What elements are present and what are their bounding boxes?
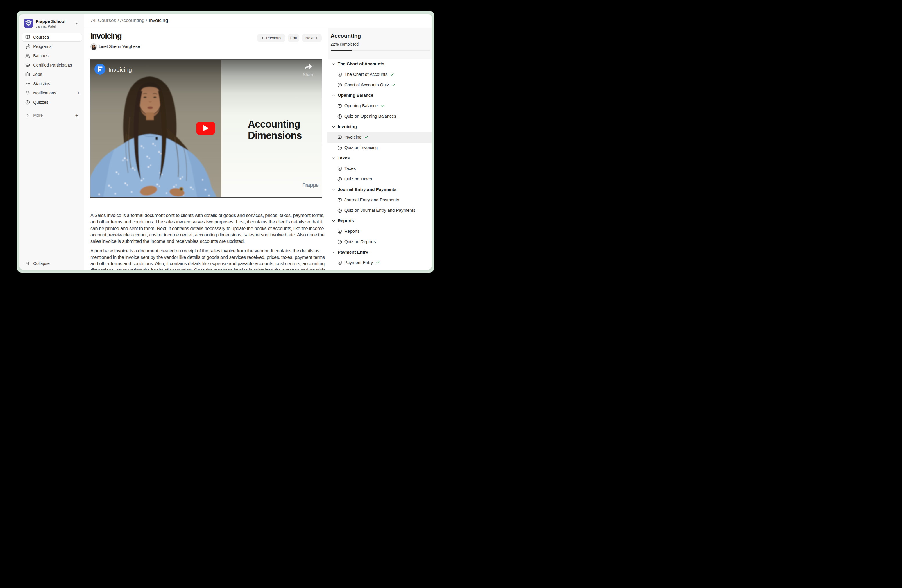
svg-text:Accounting: Accounting	[248, 119, 300, 130]
svg-text:Invoicing: Invoicing	[108, 66, 132, 73]
svg-text:Frappe: Frappe	[302, 182, 319, 188]
svg-text:Share: Share	[303, 72, 315, 77]
svg-text:Dimensions: Dimensions	[248, 130, 302, 141]
